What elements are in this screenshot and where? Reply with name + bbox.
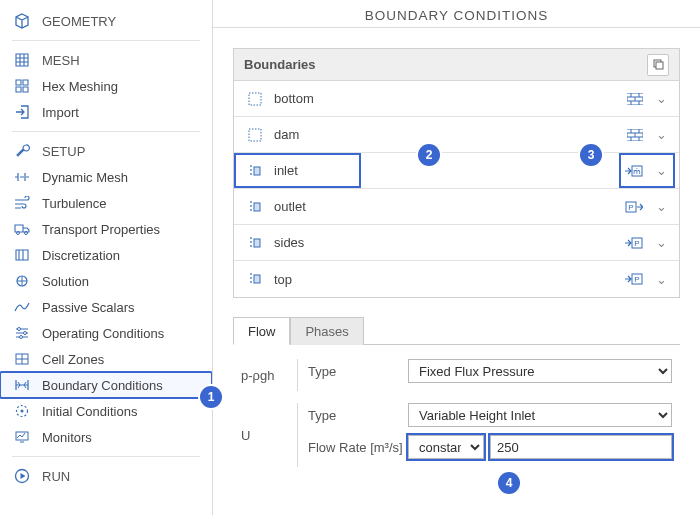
hex-icon	[12, 78, 32, 94]
sidebar: GEOMETRY MESH Hex Meshing Impor	[0, 0, 213, 515]
inlet-icon	[244, 164, 266, 178]
annotation-badge-2: 2	[418, 144, 440, 166]
outlet-icon	[244, 200, 266, 214]
svg-rect-14	[249, 129, 261, 141]
svg-point-1	[25, 232, 28, 235]
chevron-down-icon[interactable]: ⌄	[653, 199, 669, 214]
wall-badge-icon	[627, 93, 643, 105]
sliders-icon	[12, 326, 32, 340]
svg-text:P: P	[634, 275, 639, 284]
copy-button[interactable]	[647, 54, 669, 76]
nav-item-cell-zones[interactable]: Cell Zones	[0, 346, 212, 372]
annotation-badge-4: 4	[498, 472, 520, 494]
type-label: Type	[308, 408, 408, 423]
import-icon	[12, 104, 32, 120]
svg-rect-12	[656, 62, 663, 69]
svg-rect-24	[254, 275, 260, 283]
boundary-row-sides[interactable]: sides P ⌄	[234, 225, 679, 261]
flowrate-input[interactable]	[490, 435, 672, 459]
type-label: Type	[308, 364, 408, 379]
nav-item-solution[interactable]: Solution	[0, 268, 212, 294]
svg-rect-13	[249, 93, 261, 105]
annotation-badge-1: 1	[200, 386, 222, 408]
massflow-badge-icon: ṁ	[625, 164, 643, 178]
p-type-select[interactable]: Fixed Flux Pressure	[408, 359, 672, 383]
nav-section-run[interactable]: RUN	[0, 463, 212, 489]
nav-section-mesh[interactable]: MESH	[0, 47, 212, 73]
pressure-in-badge-icon: P	[625, 272, 643, 286]
flowrate-label: Flow Rate [m³/s]	[308, 440, 408, 455]
svg-point-8	[21, 410, 24, 413]
truck-icon	[12, 222, 32, 236]
p-rgh-label: p-ρgh	[241, 368, 297, 383]
play-icon	[12, 468, 32, 484]
wrench-icon	[12, 143, 32, 159]
annotation-badge-3: 3	[580, 144, 602, 166]
tab-phases[interactable]: Phases	[290, 317, 363, 345]
wall-badge-icon	[627, 129, 643, 141]
svg-point-4	[24, 332, 27, 335]
u-type-select[interactable]: Variable Height Inlet	[408, 403, 672, 427]
page-title: BOUNDARY CONDITIONS	[213, 0, 700, 32]
nav-item-operating-conditions[interactable]: Operating Conditions	[0, 320, 212, 346]
boundary-row-inlet[interactable]: inlet ṁ ⌄	[234, 153, 679, 189]
pressure-out-badge-icon: P	[625, 200, 643, 214]
initial-icon	[12, 404, 32, 418]
boundary-row-outlet[interactable]: outlet P ⌄	[234, 189, 679, 225]
boundaries-panel: Boundaries bottom ⌄ dam ⌄	[233, 48, 680, 298]
svg-rect-18	[254, 203, 260, 211]
svg-point-5	[20, 336, 23, 339]
scalars-icon	[12, 300, 32, 314]
svg-text:P: P	[628, 203, 633, 212]
nav-section-geometry[interactable]: GEOMETRY	[0, 8, 212, 34]
turbulence-icon	[12, 196, 32, 210]
nav-item-boundary-conditions[interactable]: Boundary Conditions	[0, 372, 212, 398]
chevron-down-icon[interactable]: ⌄	[653, 272, 669, 287]
boundaries-header: Boundaries	[234, 49, 679, 81]
nav-item-discretization[interactable]: Discretization	[0, 242, 212, 268]
nav-item-dynamic-mesh[interactable]: Dynamic Mesh	[0, 164, 212, 190]
tabs: Flow Phases	[233, 316, 680, 345]
boundary-row-top[interactable]: top P ⌄	[234, 261, 679, 297]
divider	[12, 131, 200, 132]
main-area: BOUNDARY CONDITIONS Boundaries bottom ⌄	[213, 0, 700, 515]
svg-point-3	[18, 328, 21, 331]
solution-icon	[12, 274, 32, 288]
divider	[12, 40, 200, 41]
patch-icon	[244, 128, 266, 142]
dynamic-mesh-icon	[12, 170, 32, 184]
boundary-row-dam[interactable]: dam ⌄	[234, 117, 679, 153]
flowrate-mode-select[interactable]: constant	[408, 435, 484, 459]
patch-icon	[244, 236, 266, 250]
svg-rect-9	[16, 432, 28, 440]
boundary-icon	[12, 378, 32, 392]
nav-section-setup[interactable]: SETUP	[0, 138, 212, 164]
boundary-row-bottom[interactable]: bottom ⌄	[234, 81, 679, 117]
svg-rect-21	[254, 239, 260, 247]
monitor-icon	[12, 430, 32, 444]
nav-item-transport[interactable]: Transport Properties	[0, 216, 212, 242]
chevron-down-icon[interactable]: ⌄	[653, 127, 669, 142]
mesh-icon	[12, 52, 32, 68]
nav-item-passive-scalars[interactable]: Passive Scalars	[0, 294, 212, 320]
svg-point-0	[17, 232, 20, 235]
svg-text:ṁ: ṁ	[633, 167, 641, 176]
discretization-icon	[12, 248, 32, 262]
divider	[12, 456, 200, 457]
chevron-down-icon[interactable]: ⌄	[653, 235, 669, 250]
patch-icon	[244, 92, 266, 106]
tab-flow[interactable]: Flow	[233, 317, 290, 345]
svg-rect-15	[254, 167, 260, 175]
svg-text:P: P	[634, 239, 639, 248]
cube-icon	[12, 13, 32, 29]
nav-item-hex-meshing[interactable]: Hex Meshing	[0, 73, 212, 99]
patch-icon	[244, 272, 266, 286]
pressure-in-badge-icon: P	[625, 236, 643, 250]
chevron-down-icon[interactable]: ⌄	[653, 91, 669, 106]
nav-item-turbulence[interactable]: Turbulence	[0, 190, 212, 216]
cellzones-icon	[12, 352, 32, 366]
nav-item-initial-conditions[interactable]: Initial Conditions	[0, 398, 212, 424]
nav-item-monitors[interactable]: Monitors	[0, 424, 212, 450]
nav-item-import[interactable]: Import	[0, 99, 212, 125]
chevron-down-icon[interactable]: ⌄	[653, 163, 669, 178]
